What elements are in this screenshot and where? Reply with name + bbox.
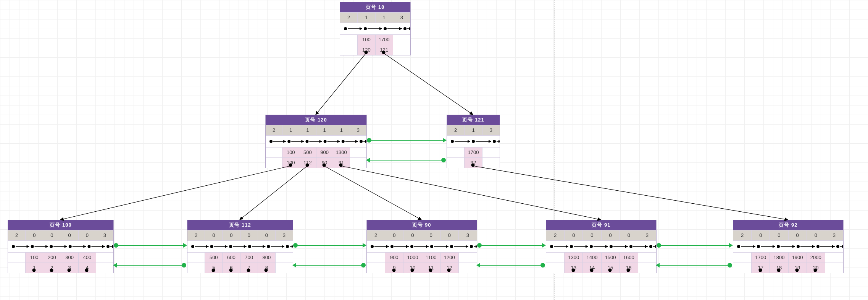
btree-node-10: 页号 1021131001700120121 — [340, 2, 411, 55]
type-cell: 0 — [752, 230, 770, 240]
pointer-cell — [340, 45, 358, 55]
key-cell: 400 — [79, 252, 96, 263]
key-cell: 1100 — [422, 252, 440, 263]
pointer-dot-icon — [777, 269, 781, 272]
type-cell: 1 — [358, 12, 375, 23]
svg-marker-2 — [360, 27, 362, 30]
keys-row: 1700180019002000 — [733, 252, 843, 263]
svg-marker-20 — [319, 140, 322, 143]
btree-node-92: 页号 92200003170018001900200017181920 — [733, 220, 844, 273]
svg-point-63 — [229, 245, 232, 248]
type-cell: 3 — [393, 12, 410, 23]
svg-marker-32 — [468, 140, 470, 143]
pointer-cell — [187, 263, 205, 273]
svg-marker-5 — [379, 27, 382, 30]
key-cell: 100 — [26, 252, 43, 263]
key-cell — [340, 34, 358, 45]
type-cell: 3 — [276, 230, 293, 240]
type-cell: 0 — [770, 230, 788, 240]
types-row: 2113 — [340, 12, 410, 23]
svg-point-66 — [248, 245, 251, 248]
pointers-row: 13141516 — [546, 263, 656, 273]
pointer-dot-icon — [323, 164, 326, 167]
key-cell — [187, 252, 205, 263]
arrow-head-icon — [656, 263, 660, 268]
pointer-dot-icon — [471, 164, 475, 167]
key-cell — [447, 147, 465, 157]
type-cell: 1 — [316, 125, 333, 135]
svg-point-69 — [267, 245, 270, 248]
arrow-head-icon — [476, 263, 480, 268]
svg-point-45 — [50, 245, 53, 248]
svg-marker-62 — [225, 245, 227, 248]
pointer-cell — [266, 157, 282, 168]
svg-marker-95 — [566, 245, 568, 248]
svg-marker-53 — [102, 245, 105, 248]
svg-marker-14 — [283, 140, 286, 143]
svg-marker-56 — [112, 245, 113, 248]
type-cell: 0 — [583, 230, 601, 240]
type-cell: 2 — [187, 230, 205, 240]
svg-point-60 — [210, 245, 213, 248]
type-cell: 3 — [350, 125, 366, 135]
sibling-link — [659, 265, 730, 266]
svg-marker-8 — [399, 27, 402, 30]
key-cell: 1800 — [770, 252, 788, 263]
svg-point-39 — [12, 245, 15, 248]
key-cell — [276, 252, 293, 263]
pointer-dot-icon — [289, 164, 292, 167]
type-cell: 0 — [403, 230, 422, 240]
key-cell: 200 — [43, 252, 61, 263]
pointer-dot-icon — [627, 269, 630, 272]
pointer-cell — [459, 263, 477, 273]
key-cell: 900 — [316, 147, 333, 157]
key-cell: 700 — [240, 252, 258, 263]
key-cell: 1300 — [565, 252, 583, 263]
svg-point-18 — [305, 140, 308, 143]
arrow-head-icon — [113, 263, 117, 268]
key-cell: 1700 — [376, 34, 393, 45]
pointer-dot-icon — [590, 269, 594, 272]
pointer-cell — [546, 263, 565, 273]
svg-marker-35 — [489, 140, 491, 143]
key-cell — [482, 147, 500, 157]
pointer-dot-icon — [68, 269, 71, 272]
key-cell — [546, 252, 565, 263]
sibling-dot-icon — [728, 263, 732, 268]
pointer-cell — [638, 263, 656, 273]
svg-point-78 — [390, 245, 394, 248]
type-cell: 0 — [61, 230, 79, 240]
node-title: 页号 100 — [8, 220, 113, 230]
svg-marker-29 — [365, 140, 366, 143]
svg-point-27 — [360, 140, 363, 143]
btree-node-112: 页号 1122000035006007008005678 — [187, 220, 293, 273]
svg-marker-17 — [301, 140, 304, 143]
arrow-head-icon — [366, 158, 370, 162]
key-cell: 600 — [223, 252, 240, 263]
key-cell — [733, 252, 752, 263]
chain-row — [187, 240, 293, 252]
type-cell: 3 — [482, 125, 500, 135]
svg-marker-86 — [446, 245, 449, 248]
pointer-dot-icon — [392, 269, 396, 272]
svg-marker-125 — [832, 245, 835, 248]
svg-point-0 — [344, 27, 347, 30]
arrow-head-icon — [729, 243, 733, 248]
key-cell — [638, 252, 656, 263]
svg-marker-98 — [586, 245, 588, 248]
pointer-dot-icon — [85, 269, 89, 272]
sibling-dot-icon — [367, 138, 371, 143]
key-cell: 100 — [358, 34, 375, 45]
key-cell: 800 — [258, 252, 276, 263]
btree-node-90: 页号 902000039001000110012009101112 — [366, 220, 477, 273]
svg-marker-59 — [206, 245, 209, 248]
type-cell: 2 — [546, 230, 565, 240]
svg-point-90 — [470, 245, 473, 248]
pointer-cell — [825, 263, 843, 273]
type-cell: 0 — [422, 230, 440, 240]
keys-row: 500600700800 — [187, 252, 293, 263]
svg-point-24 — [342, 140, 345, 143]
node-title: 页号 10 — [340, 2, 410, 12]
key-cell — [459, 252, 477, 263]
svg-marker-77 — [386, 245, 389, 248]
